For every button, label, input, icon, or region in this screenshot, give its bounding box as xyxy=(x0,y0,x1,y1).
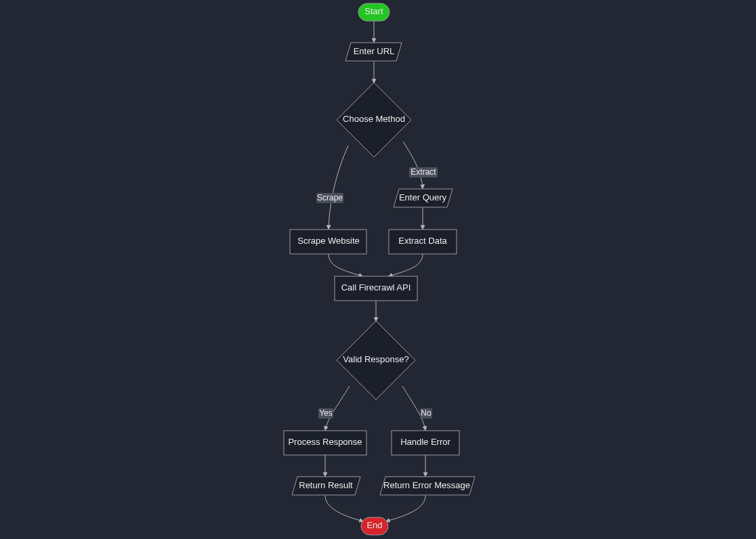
svg-text:Start: Start xyxy=(364,6,383,16)
node-call-api: Call Firecrawl API xyxy=(335,276,417,301)
svg-text:End: End xyxy=(366,520,382,530)
node-scrape-website: Scrape Website xyxy=(290,230,366,254)
node-return-result: Return Result xyxy=(292,477,360,495)
node-extract-data: Extract Data xyxy=(389,230,457,254)
node-handle-error: Handle Error xyxy=(392,431,459,455)
svg-text:Enter URL: Enter URL xyxy=(354,46,395,56)
flowchart: Scrape Extract Yes No Start Enter URL Ch… xyxy=(0,0,756,539)
svg-text:Extract Data: Extract Data xyxy=(398,236,447,246)
svg-text:Handle Error: Handle Error xyxy=(400,437,450,447)
svg-text:Extract: Extract xyxy=(411,167,436,177)
svg-text:Scrape Website: Scrape Website xyxy=(297,236,360,246)
svg-text:Choose Method: Choose Method xyxy=(343,114,405,124)
node-return-error: Return Error Message xyxy=(380,477,475,495)
svg-text:Return Result: Return Result xyxy=(299,480,353,490)
node-enter-query: Enter Query xyxy=(394,189,453,207)
svg-text:Valid Response?: Valid Response? xyxy=(343,354,408,364)
edge-label-no: No xyxy=(420,408,432,418)
svg-text:No: No xyxy=(421,408,432,418)
edge-label-yes: Yes xyxy=(318,408,333,418)
svg-text:Enter Query: Enter Query xyxy=(399,192,447,202)
edge-label-extract: Extract xyxy=(409,167,438,177)
svg-text:Return Error Message: Return Error Message xyxy=(383,480,470,490)
svg-text:Call Firecrawl API: Call Firecrawl API xyxy=(341,282,411,293)
svg-text:Yes: Yes xyxy=(319,408,333,418)
node-end: End xyxy=(361,517,388,535)
node-process-response: Process Response xyxy=(284,431,366,455)
svg-text:Process Response: Process Response xyxy=(288,437,362,447)
svg-text:Scrape: Scrape xyxy=(317,193,343,202)
node-enter-url: Enter URL xyxy=(345,43,402,61)
edge-label-scrape: Scrape xyxy=(316,193,343,203)
node-start: Start xyxy=(358,3,390,21)
